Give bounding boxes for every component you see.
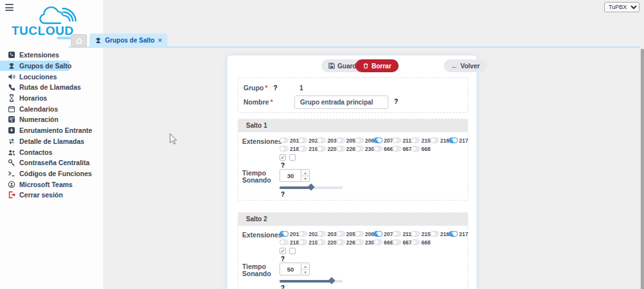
extension-toggle-216[interactable]	[430, 137, 439, 143]
extension-toggle-230[interactable]	[355, 239, 364, 245]
scrollbar-thumb[interactable]	[641, 49, 644, 289]
sidebar-item-label: Contraseña Centralita	[19, 159, 90, 166]
sidebar-item-detalle-de-llamadas[interactable]: Detalle de Llamadas	[0, 136, 103, 147]
speaker-icon	[7, 73, 15, 81]
sidebar-item-locuciones[interactable]: Locuciones	[0, 71, 103, 82]
extension-item: 206	[355, 136, 374, 144]
sidebar-item-contrasena-centralita[interactable]: Contraseña Centralita	[0, 157, 103, 168]
extension-item: ✓207	[374, 136, 392, 144]
extension-toggle-206[interactable]	[355, 137, 364, 143]
account-selector[interactable]: TuPBX	[604, 2, 639, 12]
sidebar-item-grupos-de-salto[interactable]: Grupos de Salto	[0, 61, 70, 72]
select-all-checkbox[interactable]: ✓	[279, 154, 286, 161]
spinner-down-icon[interactable]: ▾	[301, 270, 309, 275]
extension-item: 667	[392, 238, 411, 246]
delete-button-label: Borrar	[372, 63, 392, 70]
ring-time-slider[interactable]	[279, 280, 343, 283]
extension-toggle-217[interactable]: ✓	[449, 231, 458, 237]
sidebar-item-calendarios[interactable]: Calendarios	[0, 103, 103, 114]
ring-time-input[interactable]	[279, 263, 301, 275]
extension-toggle-226[interactable]	[336, 239, 345, 245]
name-help-icon[interactable]: ?	[394, 98, 398, 105]
select-all-checkbox[interactable]: ✓	[279, 248, 286, 254]
select-none-checkbox[interactable]	[289, 154, 296, 161]
extension-number: 230	[365, 239, 374, 246]
extension-item: 216	[430, 136, 449, 144]
extension-toggle-206[interactable]	[355, 231, 364, 237]
extensions-help-icon[interactable]: ?	[281, 162, 285, 169]
delete-button[interactable]: Borrar	[355, 59, 399, 72]
spinner-up-icon[interactable]: ▴	[301, 263, 309, 270]
sidebar-item-label: Contactos	[19, 148, 52, 156]
extension-toggle-207[interactable]: ✓	[374, 231, 383, 237]
sidebar-item-enrutamiento-entrante[interactable]: Enrutamiento Entrante	[0, 125, 103, 136]
extension-toggle-215[interactable]	[411, 137, 420, 143]
extension-item: 205	[336, 230, 355, 238]
extension-item: ✓207	[374, 230, 392, 238]
sidebar-item-numeracion[interactable]: Numeración	[0, 114, 103, 125]
spinner-down-icon[interactable]: ▾	[301, 176, 309, 182]
extension-toggle-218[interactable]	[279, 146, 289, 152]
extension-toggle-217[interactable]: ✓	[449, 137, 458, 143]
extension-toggle-203[interactable]	[317, 231, 326, 237]
name-input[interactable]	[294, 95, 388, 109]
extension-item: 668	[411, 144, 430, 153]
extension-toggle-211[interactable]	[392, 231, 401, 237]
extension-toggle-668[interactable]	[411, 146, 420, 152]
sidebar-item-cerrar-sesion[interactable]: Cerrar sesión	[0, 190, 103, 201]
extension-toggle-203[interactable]	[317, 137, 326, 143]
salto-1-section: Salto 1 Extensiones 201202203205206✓2072…	[238, 119, 468, 201]
sidebar-item-contactos[interactable]: Contactos	[0, 146, 103, 157]
sidebar-item-horarios[interactable]: Horarios	[0, 93, 103, 104]
extension-toggle-202[interactable]	[298, 137, 307, 143]
extension-toggle-219[interactable]	[298, 146, 307, 152]
tab-grupos-de-salto[interactable]: Grupos de Salto ×	[90, 34, 167, 47]
extension-toggle-230[interactable]	[355, 146, 364, 152]
extension-item: 216	[430, 230, 449, 238]
tab-close-icon[interactable]: ×	[158, 37, 162, 44]
extension-toggle-205[interactable]	[336, 137, 345, 143]
spinner-up-icon[interactable]: ▴	[301, 170, 309, 176]
extension-toggle-201[interactable]	[279, 137, 289, 143]
extension-toggle-226[interactable]	[336, 146, 345, 152]
sidebar-item-extensiones[interactable]: Extensiones	[0, 50, 103, 61]
sidebar-item-rutas-de-llamadas[interactable]: Rutas de Llamadas	[0, 82, 103, 93]
ring-time-help-icon[interactable]: ?	[281, 284, 285, 289]
sidebar-item-label: Enrutamiento Entrante	[19, 126, 92, 134]
extension-item: 219	[298, 238, 317, 246]
extension-number: 202	[308, 137, 317, 144]
tab-home[interactable]	[71, 34, 87, 47]
extension-toggle-668[interactable]	[411, 239, 420, 245]
extension-toggle-666[interactable]	[374, 146, 383, 152]
extension-toggle-215[interactable]	[411, 231, 420, 237]
slider-handle[interactable]	[307, 183, 314, 190]
back-button[interactable]: ← Volver	[444, 59, 487, 72]
ring-time-slider[interactable]	[279, 186, 343, 189]
ring-time-input[interactable]	[279, 169, 301, 182]
extension-toggle-205[interactable]	[336, 231, 345, 237]
extension-item: 226	[336, 238, 355, 246]
sidebar-item-codigos-de-funciones[interactable]: Códigos de Funciones	[0, 168, 103, 179]
slider-handle[interactable]	[328, 277, 336, 284]
extension-toggle-667[interactable]	[392, 239, 401, 245]
extension-item: 226	[336, 144, 355, 153]
extension-toggle-207[interactable]: ✓	[374, 137, 383, 143]
extension-toggle-211[interactable]	[392, 137, 401, 143]
extension-toggle-219[interactable]	[298, 239, 307, 245]
group-help-icon[interactable]: ?	[274, 85, 278, 92]
select-none-checkbox[interactable]	[289, 248, 296, 254]
sidebar-item-microsoft-teams[interactable]: Microsoft Teams	[0, 179, 103, 190]
ring-time-spinner: ▴ ▾	[279, 169, 310, 182]
extension-item: 219	[298, 144, 317, 153]
extension-toggle-201[interactable]: ✓	[279, 231, 289, 237]
extensions-help-icon[interactable]: ?	[281, 255, 285, 263]
ring-time-help-icon[interactable]: ?	[281, 191, 285, 198]
extension-toggle-218[interactable]	[279, 239, 289, 245]
extension-toggle-216[interactable]	[430, 231, 439, 237]
extension-toggle-202[interactable]	[298, 231, 307, 237]
sidebar-item-label: Grupos de Salto	[19, 62, 71, 70]
extension-toggle-220[interactable]	[317, 239, 326, 245]
extension-toggle-667[interactable]	[392, 146, 401, 152]
extension-toggle-220[interactable]	[317, 146, 326, 152]
extension-toggle-666[interactable]	[374, 239, 383, 245]
